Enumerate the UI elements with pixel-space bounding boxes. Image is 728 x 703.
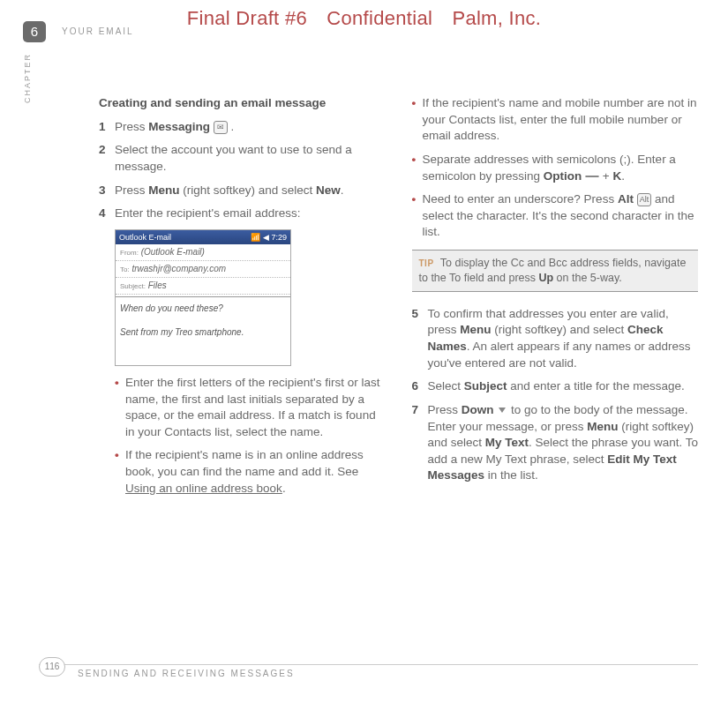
- left-column: Creating and sending an email message 1 …: [99, 95, 386, 504]
- tip-label: TIP: [419, 258, 434, 268]
- steps-list-left: 1 Press Messaging ✉ . 2 Select the accou…: [99, 119, 386, 222]
- step-5: 5 To confirm that addresses you enter ar…: [412, 306, 699, 372]
- step-6: 6 Select Subject and enter a title for t…: [412, 378, 699, 395]
- step-number: 5: [412, 306, 428, 372]
- step-1: 1 Press Messaging ✉ .: [99, 119, 386, 136]
- step-text: To confirm that addresses you enter are …: [428, 306, 699, 372]
- messaging-icon: ✉: [214, 121, 228, 134]
- tip-callout: TIP To display the Cc and Bcc address fi…: [412, 250, 699, 292]
- footer-section-title: SENDING AND RECEIVING MESSAGES: [78, 669, 295, 678]
- step-number: 4: [99, 206, 115, 222]
- bullet-item: If the recipient's name and mobile numbe…: [412, 95, 699, 145]
- step-4: 4 Enter the recipient's email address:: [99, 206, 386, 222]
- bullet-item: Separate addresses with semicolons (;). …: [412, 152, 699, 184]
- sub-bullets-right: If the recipient's name and mobile numbe…: [412, 95, 699, 241]
- section-heading: Creating and sending an email message: [99, 95, 386, 112]
- steps-list-right: 5 To confirm that addresses you enter ar…: [412, 306, 699, 484]
- step-number: 2: [99, 142, 115, 175]
- running-header: YOUR EMAIL: [62, 26, 134, 36]
- screenshot-body: When do you need these? Sent from my Tre…: [116, 299, 290, 365]
- embedded-screenshot: Outlook E-mail 📶 ◀ 7:29 From: (Outlook E…: [115, 229, 291, 366]
- screenshot-from-row: From: (Outlook E-mail): [116, 244, 290, 261]
- step-text: Press Menu (right softkey) and select Ne…: [115, 183, 386, 199]
- step-number: 7: [412, 402, 428, 484]
- screenshot-to-row: To: trwashjr@company.com: [116, 261, 290, 278]
- step-number: 3: [99, 183, 115, 199]
- sub-bullets-left: Enter the first letters of the recipient…: [115, 375, 386, 497]
- chapter-label-vertical: CHAPTER: [23, 53, 32, 103]
- screenshot-app-name: Outlook E-mail: [119, 232, 171, 243]
- step-3: 3 Press Menu (right softkey) and select …: [99, 183, 386, 199]
- content-columns: Creating and sending an email message 1 …: [99, 95, 698, 504]
- step-2: 2 Select the account you want to use to …: [99, 142, 386, 175]
- screenshot-subject-row: Subject: Files: [116, 278, 290, 295]
- bullet-item: Enter the first letters of the recipient…: [115, 375, 386, 441]
- step-text: Press Messaging ✉ .: [115, 119, 386, 136]
- down-arrow-icon: [499, 408, 506, 413]
- step-number: 1: [99, 119, 115, 136]
- chapter-number-badge: 6: [23, 21, 46, 42]
- screenshot-titlebar: Outlook E-mail 📶 ◀ 7:29: [116, 230, 290, 244]
- step-number: 6: [412, 378, 428, 395]
- step-7: 7 Press Down to go to the body of the me…: [412, 402, 699, 484]
- cross-reference-link[interactable]: Using an online address book: [125, 482, 282, 495]
- step-text: Select the account you want to use to se…: [115, 142, 386, 175]
- option-key-icon: [585, 176, 599, 177]
- step-text: Enter the recipient's email address:: [115, 206, 386, 222]
- bullet-item: If the recipient's name is in an online …: [115, 447, 386, 497]
- bullet-item: Need to enter an underscore? Press Alt A…: [412, 191, 699, 241]
- alt-key-icon: Alt: [637, 193, 652, 206]
- step-text: Press Down to go to the body of the mess…: [428, 402, 699, 484]
- page-footer: 116 SENDING AND RECEIVING MESSAGES: [39, 664, 698, 678]
- right-column: If the recipient's name and mobile numbe…: [412, 95, 699, 504]
- step-text: Select Subject and enter a title for the…: [428, 378, 699, 395]
- page-number: 116: [39, 657, 65, 677]
- screenshot-status-icons: 📶 ◀ 7:29: [251, 232, 287, 243]
